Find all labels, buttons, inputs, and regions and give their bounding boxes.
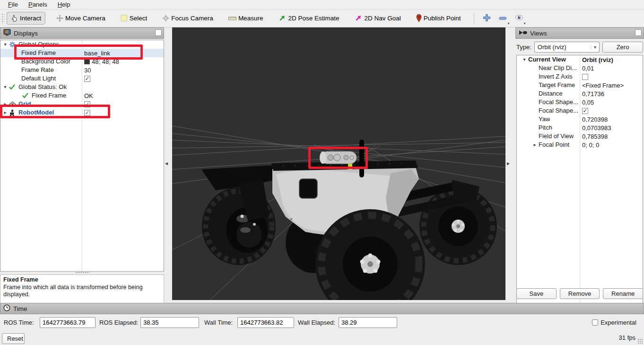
tree-row-global-options[interactable]: ▾Global Options (0, 40, 164, 49)
menu-file[interactable]: File (4, 0, 22, 9)
tree-row-value[interactable]: 30 (84, 66, 91, 74)
reset-button[interactable]: Reset (2, 333, 25, 344)
tree-row-label: Near Clip Di... (539, 64, 577, 72)
displays-help-resize-handle[interactable] (75, 272, 89, 274)
expander-closed-icon[interactable]: ▸ (1, 108, 9, 117)
tree-row-global-status-ok[interactable]: ▾Global Status: Ok (0, 83, 164, 91)
tree-row-focal-shape[interactable]: Focal Shape...✓ (517, 106, 643, 115)
tree-row-current-view[interactable]: ▾Current ViewOrbit (rviz) (517, 55, 643, 64)
view-type-combo[interactable]: Orbit (rviz) ▾ (534, 42, 600, 53)
tree-row-value[interactable]: 0; 0; 0 (582, 141, 599, 149)
tool-publish-point[interactable]: Publish Point (412, 11, 465, 25)
views-tree: ▾Current ViewOrbit (rviz)Near Clip Di...… (516, 55, 643, 312)
checkbox-unchecked[interactable] (582, 74, 588, 80)
rename-button[interactable]: Rename (603, 288, 643, 299)
displays-tree: ▾Global OptionsFixed Framebase_linkBackg… (0, 40, 164, 272)
splitter-collapse-left[interactable]: ◂ (165, 160, 168, 167)
checkbox-checked[interactable]: ✓ (84, 76, 90, 82)
expander-open-icon[interactable]: ▾ (1, 83, 9, 91)
views-panel-header[interactable]: Views (515, 27, 644, 39)
checkbox-checked[interactable]: ✓ (84, 101, 90, 107)
tree-row-value[interactable]: Orbit (rviz) (582, 55, 613, 64)
time-fields-row: ROS Time:ROS Elapsed:Wall Time:Wall Elap… (0, 317, 644, 328)
tree-row-value[interactable]: 48; 48; 48 (84, 57, 119, 66)
tree-row-robotmodel[interactable]: ▸RobotModel✓ (0, 108, 164, 117)
displays-float-button[interactable] (155, 29, 162, 36)
toolbar-drag-handle[interactable] (1, 13, 4, 24)
displays-icon (3, 29, 11, 37)
tree-row-value[interactable]: <Fixed Frame> (582, 81, 624, 89)
tree-row-yaw[interactable]: Yaw0,720398 (517, 115, 643, 124)
remove-tool-button[interactable]: ▾ (496, 12, 510, 25)
expander-open-icon[interactable]: ▾ (1, 40, 9, 49)
tree-row-invert-z-axis[interactable]: Invert Z Axis (517, 72, 643, 81)
tree-row-grid[interactable]: ▸Grid✓ (0, 100, 164, 108)
tree-row-near-clip-di[interactable]: Near Clip Di...0,01 (517, 64, 643, 72)
ros-time-input[interactable] (40, 317, 96, 328)
tree-row-value[interactable]: 0,785398 (582, 132, 608, 141)
experimental-checkbox[interactable] (592, 319, 598, 326)
tree-row-fixed-frame[interactable]: Fixed FrameOK (0, 91, 164, 100)
wall-elapsed-input[interactable] (339, 317, 397, 328)
tree-row-value[interactable]: 0,71736 (582, 89, 604, 98)
displays-panel-title: Displays (14, 30, 38, 37)
checkbox-checked[interactable]: ✓ (84, 110, 90, 116)
tree-row-background-color[interactable]: Background Color48; 48; 48 (0, 57, 164, 66)
tree-row-label: Frame Rate (21, 66, 54, 74)
tree-row-pitch[interactable]: Pitch0,0703983 (517, 124, 643, 132)
ros-elapsed-input[interactable] (140, 317, 199, 328)
tree-row-value[interactable]: 0,05 (582, 98, 594, 106)
tree-row-focal-shape[interactable]: Focal Shape...0,05 (517, 98, 643, 106)
tree-row-field-of-view[interactable]: Field of View0,785398 (517, 132, 643, 141)
expander-closed-icon[interactable]: ▸ (1, 100, 9, 108)
tool-2d-nav-goal[interactable]: 2D Nav Goal (350, 11, 405, 25)
tree-row-value[interactable]: 0,0703983 (582, 124, 611, 132)
tree-row-default-light[interactable]: Default Light✓ (0, 74, 164, 83)
views-panel-title: Views (530, 30, 547, 37)
time-panel-header[interactable]: Time (0, 303, 644, 314)
add-tool-button[interactable] (480, 12, 494, 25)
tree-row-frame-rate[interactable]: Frame Rate30 (0, 66, 164, 74)
tool-select[interactable]: Select (116, 12, 152, 25)
tree-row-value[interactable]: OK (84, 91, 93, 100)
tree-row-value: ✓ (84, 100, 90, 108)
menu-help[interactable]: Help (53, 0, 75, 9)
view-tool-button[interactable]: ▾ (512, 12, 526, 25)
color-value: 48; 48; 48 (92, 58, 119, 66)
remove-button[interactable]: Remove (560, 288, 600, 299)
tree-row-fixed-frame[interactable]: Fixed Framebase_link (0, 49, 164, 57)
zero-button[interactable]: Zero (602, 42, 643, 53)
tree-row-label: Global Status: Ok (18, 83, 67, 91)
chevron-down-icon: ▾ (508, 21, 510, 26)
tool-label: Select (130, 15, 148, 22)
3d-viewport[interactable] (172, 27, 505, 300)
toolbar: InteractMove CameraSelectFocus CameraMea… (0, 9, 644, 27)
displays-panel-header[interactable]: Displays (0, 27, 164, 39)
menu-panels[interactable]: Panels (24, 0, 52, 9)
tree-row-target-frame[interactable]: Target Frame<Fixed Frame> (517, 81, 643, 89)
robot-icon (9, 109, 18, 116)
tool-2d-pose-estimate[interactable]: 2D Pose Estimate (274, 11, 343, 25)
help-text: Frame into which all data is transformed… (3, 284, 161, 299)
tool-measure[interactable]: Measure (224, 12, 268, 25)
tree-row-distance[interactable]: Distance0,71736 (517, 89, 643, 98)
tree-row-label: Focal Shape... (539, 98, 578, 106)
displays-panel: Displays ▾Global OptionsFixed Framebase_… (0, 27, 164, 300)
tree-row-focal-point[interactable]: ▸Focal Point0; 0; 0 (517, 141, 643, 149)
checkbox-checked[interactable]: ✓ (582, 108, 588, 114)
size-grip[interactable] (637, 338, 643, 344)
views-float-button[interactable] (635, 29, 642, 36)
tool-focus-camera[interactable]: Focus Camera (158, 12, 218, 25)
expander-open-icon[interactable]: ▾ (521, 55, 528, 64)
splitter-collapse-right[interactable]: ▸ (507, 160, 510, 167)
tool-move-camera[interactable]: Move Camera (52, 12, 110, 25)
wall-time-input[interactable] (237, 317, 294, 328)
tree-row-value[interactable]: 0,01 (582, 64, 594, 72)
tree-row-label: RobotModel (18, 108, 54, 117)
save-button[interactable]: Save (516, 288, 557, 299)
tool-interact[interactable]: Interact (7, 12, 45, 25)
tree-row-value[interactable]: 0,720398 (582, 115, 608, 124)
minus-icon (499, 15, 507, 22)
expander-closed-icon[interactable]: ▸ (531, 141, 539, 149)
tree-row-value[interactable]: base_link (84, 49, 110, 57)
